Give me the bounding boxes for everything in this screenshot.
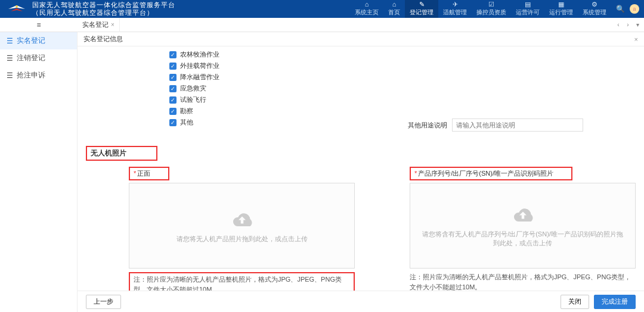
tab-next[interactable]: › <box>624 21 632 28</box>
checkbox-checked-icon: ✓ <box>169 108 177 115</box>
upload-serial: *产品序列号/出厂序号(SN)/唯一产品识别码照片 请您将含有无人机产品序列号/… <box>367 167 636 291</box>
upload-front-note: 注：照片应为清晰的无人机产品整机照片，格式为JPG、JPEG、PNG类型，文件大… <box>129 272 355 291</box>
form-footer: 上一步 关闭 完成注册 <box>78 291 644 312</box>
sidebar-item-appeal[interactable]: ☰抢注申诉 <box>0 67 77 84</box>
edit-icon: ✎ <box>419 1 425 8</box>
grid-icon: ▦ <box>558 1 564 8</box>
sidebar-toggle[interactable]: ≡ <box>0 21 78 29</box>
home-icon: ⌂ <box>392 1 397 8</box>
nav-license[interactable]: ▤运营许可 <box>511 0 544 18</box>
svg-point-0 <box>16 5 18 8</box>
upload-serial-dropzone[interactable]: 请您将含有无人机产品序列号/出厂序号(SN)/唯一产品识别码的照片拖到此处，或点… <box>410 183 636 269</box>
checkbox-checked-icon: ✓ <box>169 51 177 58</box>
panel-title: 实名登记信息 <box>83 35 123 43</box>
checkbox-checked-icon: ✓ <box>169 85 177 92</box>
plane-icon: ✈ <box>453 1 458 8</box>
list-icon: ☰ <box>6 37 13 45</box>
home-icon: ⌂ <box>365 1 369 8</box>
checkbox-row[interactable]: ✓农林牧渔作业 <box>169 50 636 59</box>
nav-operator[interactable]: ☑操控员资质 <box>472 0 511 18</box>
close-icon[interactable]: × <box>111 21 114 28</box>
cloud-upload-icon <box>227 208 257 230</box>
doc-icon: ▤ <box>525 1 531 8</box>
sidebar-item-realname[interactable]: ☰实名登记 <box>0 32 77 49</box>
upload-front: *正面 请您将无人机产品照片拖到此处，或点击上传 注：照片应为清晰的无人机产品整… <box>86 167 355 291</box>
app-header: 国家无人驾驶航空器一体化综合监管服务平台 （民用无人驾驶航空器综合管理平台） ⌂… <box>0 0 644 18</box>
purpose-checkbox-group: ✓农林牧渔作业 ✓外挂载荷作业 ✓降水融雪作业 ✓应急救灾 ✓试验飞行 ✓勘察 … <box>169 50 636 127</box>
list-icon: ☰ <box>6 71 13 80</box>
upload-front-dropzone[interactable]: 请您将无人机产品照片拖到此处，或点击上传 <box>129 183 355 269</box>
tab-realname[interactable]: 实名登记 × <box>78 18 120 32</box>
cloud-upload-icon <box>508 204 538 225</box>
panel-title-row: 实名登记信息 × <box>78 32 644 46</box>
nav-registration[interactable]: ✎登记管理 <box>405 0 438 18</box>
other-use-row: 其他用途说明 <box>408 118 636 132</box>
section-photo-title: 无人机照片 <box>86 146 157 161</box>
list-icon: ☰ <box>6 54 13 63</box>
tab-menu[interactable]: ▾ <box>633 21 642 28</box>
close-button[interactable]: 关闭 <box>561 295 589 309</box>
other-use-input[interactable] <box>452 118 583 132</box>
upload-front-label: *正面 <box>129 167 169 180</box>
checkbox-checked-icon: ✓ <box>169 63 177 70</box>
search-icon[interactable]: 🔍 <box>616 5 625 13</box>
gear-icon: ⚙ <box>592 1 597 8</box>
sidebar: ☰实名登记 ☰注销登记 ☰抢注申诉 <box>0 32 78 312</box>
upload-serial-label: *产品序列号/出厂序号(SN)/唯一产品识别码照片 <box>410 167 572 180</box>
checkbox-row[interactable]: ✓降水融雪作业 <box>169 73 636 82</box>
checkbox-row[interactable]: ✓试验飞行 <box>169 95 636 104</box>
close-icon[interactable]: × <box>634 36 638 43</box>
checkbox-row[interactable]: ✓勘察 <box>169 107 636 116</box>
avatar[interactable]: a <box>630 4 639 14</box>
sidebar-item-deregister[interactable]: ☰注销登记 <box>0 49 77 67</box>
upload-serial-note: 注：照片应为清晰的无人机产品整机照片，格式为JPG、JPEG、PNG类型，文件大… <box>410 272 636 291</box>
shield-icon: ☑ <box>488 1 494 8</box>
submit-button[interactable]: 完成注册 <box>594 295 636 309</box>
checkbox-row[interactable]: ✓应急救灾 <box>169 84 636 93</box>
prev-button[interactable]: 上一步 <box>86 295 121 309</box>
nav-home[interactable]: ⌂系统主页 <box>350 0 383 18</box>
tab-prev[interactable]: ‹ <box>614 21 623 28</box>
logo-icon <box>5 3 29 15</box>
main-panel: 实名登记信息 × ✓农林牧渔作业 ✓外挂载荷作业 ✓降水融雪作业 ✓应急救灾 ✓… <box>78 32 644 312</box>
nav-system[interactable]: ⚙系统管理 <box>578 0 611 18</box>
tab-controls: ‹ › ▾ <box>614 21 644 28</box>
top-nav: ⌂系统主页 ⌂首页 ✎登记管理 ✈适航管理 ☑操控员资质 ▤运营许可 ▦运行管理… <box>350 0 611 18</box>
checkbox-row[interactable]: ✓外挂载荷作业 <box>169 61 636 70</box>
header-right: 🔍 a <box>616 4 639 14</box>
nav-operation[interactable]: ▦运行管理 <box>544 0 578 18</box>
other-use-label: 其他用途说明 <box>408 121 447 130</box>
checkbox-checked-icon: ✓ <box>169 119 177 126</box>
nav-index[interactable]: ⌂首页 <box>383 0 405 18</box>
checkbox-checked-icon: ✓ <box>169 96 177 104</box>
nav-airworthiness[interactable]: ✈适航管理 <box>438 0 472 18</box>
app-title: 国家无人驾驶航空器一体化综合监管服务平台 （民用无人驾驶航空器综合管理平台） <box>32 1 175 17</box>
checkbox-checked-icon: ✓ <box>169 74 177 81</box>
tab-strip: ≡ 实名登记 × ‹ › ▾ <box>0 18 644 32</box>
